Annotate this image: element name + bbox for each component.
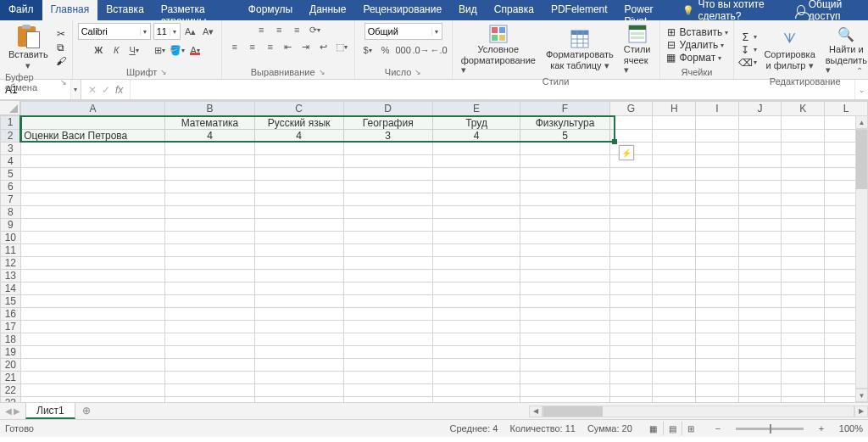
cell-C16[interactable] [254,307,343,320]
vscroll-track[interactable] [855,129,868,389]
cell-H5[interactable] [653,167,696,180]
cell-I13[interactable] [696,269,739,282]
cell-A8[interactable] [20,205,165,218]
cell-B1[interactable]: Математика [165,116,254,130]
cell-E6[interactable] [432,180,520,193]
column-header-J[interactable]: J [738,102,782,116]
cell-K9[interactable] [782,218,825,231]
cell-J23[interactable] [738,396,782,402]
cut-button[interactable]: ✂ [55,28,67,40]
cell-B15[interactable] [165,294,254,307]
cell-A14[interactable] [20,282,165,294]
cell-A23[interactable] [20,396,165,402]
row-header-18[interactable]: 18 [1,333,21,345]
cell-E18[interactable] [432,333,520,345]
cell-K8[interactable] [782,205,825,218]
cell-G11[interactable] [609,243,653,256]
cell-C18[interactable] [254,333,343,345]
cell-E22[interactable] [432,383,520,396]
row-header-13[interactable]: 13 [1,269,21,282]
name-box-dropdown[interactable]: ▾ [70,80,81,99]
cell-H21[interactable] [653,371,696,383]
cell-E12[interactable] [432,256,520,269]
cell-A12[interactable] [20,256,165,269]
hscroll-track[interactable] [542,406,854,417]
conditional-formatting-button[interactable]: Условное форматирование ▾ [458,23,539,76]
percent-button[interactable]: % [378,43,393,57]
cell-F16[interactable] [520,307,609,320]
cell-styles-button[interactable]: Стили ячеек ▾ [620,23,654,76]
cell-F12[interactable] [520,256,609,269]
sort-filter-button[interactable]: ᗐ Сортировка и фильтр ▾ [760,28,818,72]
align-left-button[interactable]: ≡ [227,40,242,53]
cell-H4[interactable] [653,154,696,167]
cell-F6[interactable] [520,180,609,193]
cell-C10[interactable] [254,231,343,243]
cell-G15[interactable] [609,294,653,307]
cell-B19[interactable] [165,345,254,358]
cell-H14[interactable] [653,282,696,294]
format-as-table-button[interactable]: Форматировать как таблицу ▾ [542,28,617,72]
merge-button[interactable]: ⬚▾ [334,40,349,53]
row-header-16[interactable]: 16 [1,307,21,320]
cell-D19[interactable] [343,345,432,358]
cell-F11[interactable] [520,243,609,256]
row-header-15[interactable]: 15 [1,294,21,307]
cell-H1[interactable] [653,116,696,130]
row-header-2[interactable]: 2 [1,129,21,142]
decrease-font-button[interactable]: A▾ [201,25,216,38]
cancel-edit-button[interactable]: ✕ [88,84,97,96]
row-header-1[interactable]: 1 [1,116,21,130]
increase-indent-button[interactable]: ⇥ [298,40,314,53]
cell-D14[interactable] [343,282,432,294]
cell-F9[interactable] [520,218,609,231]
cell-A7[interactable] [20,193,165,205]
cell-D13[interactable] [343,269,432,282]
tab-view[interactable]: Вид [450,0,486,20]
cell-F5[interactable] [520,167,609,180]
cell-F17[interactable] [520,320,609,333]
align-right-button[interactable]: ≡ [263,40,278,53]
cell-E7[interactable] [432,193,520,205]
borders-button[interactable]: ⊞ ▾ [152,43,167,57]
cell-K17[interactable] [782,320,825,333]
column-header-H[interactable]: H [653,102,696,116]
cell-H22[interactable] [653,383,696,396]
cell-J22[interactable] [738,383,782,396]
tab-data[interactable]: Данные [301,0,354,20]
cell-G14[interactable] [609,282,653,294]
clipboard-launcher[interactable]: ↘ [60,77,67,87]
cell-K15[interactable] [782,294,825,307]
cell-F7[interactable] [520,193,609,205]
cell-G1[interactable] [609,116,653,130]
cell-E5[interactable] [432,167,520,180]
cell-E23[interactable] [432,396,520,402]
cell-A6[interactable] [20,180,165,193]
cell-I21[interactable] [696,371,739,383]
paste-button[interactable]: Вставить ▾ [5,23,52,72]
cell-D23[interactable] [343,396,432,402]
cell-I12[interactable] [696,256,739,269]
font-color-button[interactable]: A▾ [187,43,203,57]
tab-pdfelement[interactable]: PDFelement [542,0,616,20]
align-center-button[interactable]: ≡ [245,40,260,53]
cell-A22[interactable] [20,383,165,396]
cell-F8[interactable] [520,205,609,218]
cell-G8[interactable] [609,205,653,218]
cell-A18[interactable] [20,333,165,345]
cell-I7[interactable] [696,193,739,205]
cell-B11[interactable] [165,243,254,256]
cell-A20[interactable] [20,358,165,371]
cell-C12[interactable] [254,256,343,269]
zoom-in-button[interactable]: + [815,423,827,434]
cell-G12[interactable] [609,256,653,269]
zoom-slider[interactable] [736,428,804,430]
cell-J16[interactable] [738,307,782,320]
cell-F1[interactable]: Физкультура [520,116,609,130]
hscroll-thumb[interactable] [543,406,603,417]
cell-B5[interactable] [165,167,254,180]
row-header-17[interactable]: 17 [1,320,21,333]
cell-C5[interactable] [254,167,343,180]
cell-A4[interactable] [20,154,165,167]
cell-I10[interactable] [696,231,739,243]
